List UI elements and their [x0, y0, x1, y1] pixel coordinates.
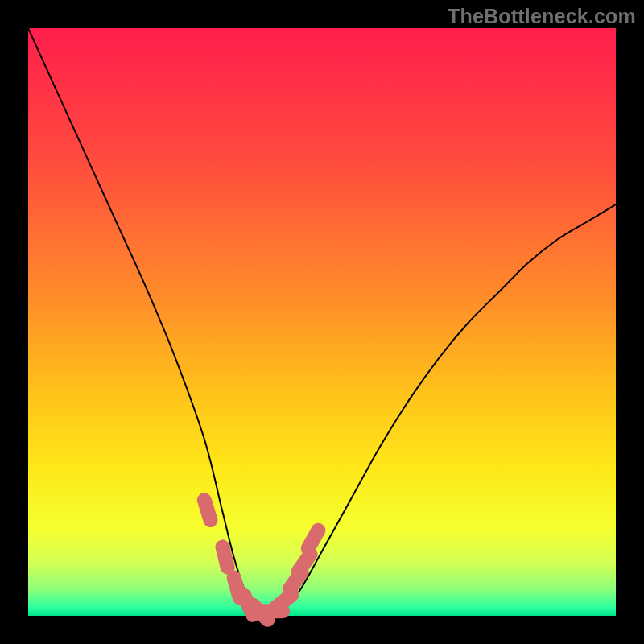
chart-stage: TheBottleneck.com — [0, 0, 644, 644]
highlight-dot — [308, 530, 319, 549]
watermark-text: TheBottleneck.com — [448, 5, 636, 28]
highlight-dot — [275, 595, 291, 608]
highlight-dot — [299, 555, 311, 572]
bottleneck-chart — [0, 0, 644, 644]
highlight-dot — [204, 500, 211, 520]
highlight-dot — [222, 547, 227, 567]
